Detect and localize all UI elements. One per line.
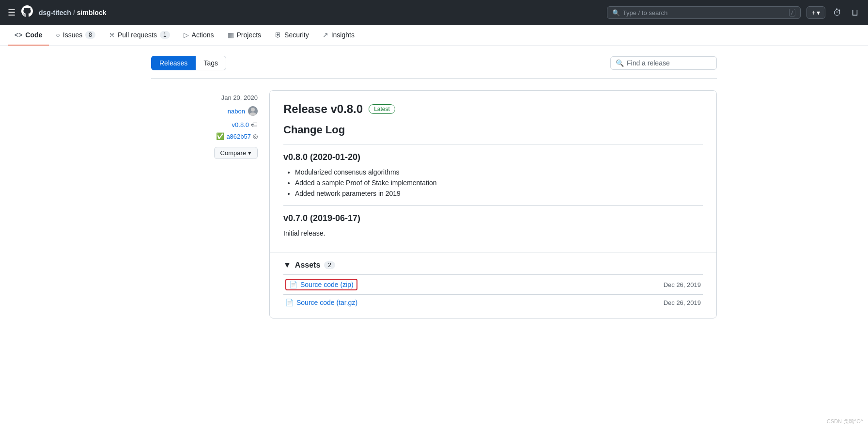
release-panel: Release v0.8.0 Latest Change Log v0.8.0 …: [269, 90, 717, 319]
svg-point-1: [251, 108, 255, 111]
avatar: [248, 106, 258, 116]
pull-request-icon: ⤲: [109, 31, 115, 39]
version-2-heading: v0.7.0 (2019-06-17): [283, 213, 703, 223]
add-button[interactable]: + ▾: [806, 6, 825, 19]
actions-icon: ▷: [184, 31, 189, 39]
nav-pull-requests[interactable]: ⤲ Pull requests 1: [102, 25, 177, 46]
add-dropdown-icon: ▾: [817, 9, 820, 16]
changelog-heading: Change Log: [283, 124, 703, 136]
initial-release-text: Initial release.: [283, 229, 703, 237]
search-slash-badge: /: [789, 9, 795, 16]
insights-icon: ↗: [323, 31, 328, 39]
releases-tabs: Releases Tags: [151, 56, 226, 70]
assets-header[interactable]: ▼ Assets 2: [283, 261, 703, 270]
nav-security-label: Security: [284, 31, 309, 39]
nav-security[interactable]: ⛨ Security: [268, 25, 316, 46]
nav-code[interactable]: <> Code: [8, 25, 49, 46]
nav-issues[interactable]: ○ Issues 8: [49, 25, 102, 46]
list-item: Modularized consensus algorithms: [295, 168, 703, 176]
latest-badge: Latest: [369, 104, 395, 114]
repo-navigation: <> Code ○ Issues 8 ⤲ Pull requests 1 ▷ A…: [0, 25, 868, 46]
compare-label: Compare: [220, 149, 246, 157]
nav-insights-label: Insights: [331, 31, 355, 39]
github-logo[interactable]: [21, 5, 33, 20]
pr-badge: 1: [160, 31, 170, 39]
release-sidebar: Jan 20, 2020 nabon v0.8.0 🏷 ✅ a862b57 ◎ …: [151, 90, 258, 159]
commit-icon: ◎: [253, 133, 258, 140]
issues-badge: 8: [85, 31, 95, 39]
section-divider-1: [283, 144, 703, 144]
security-icon: ⛨: [275, 31, 281, 39]
releases-header: Releases Tags 🔍: [151, 56, 717, 70]
main-content: Releases Tags 🔍 Jan 20, 2020 nabon v0.8.…: [143, 46, 725, 328]
asset-zip-label: Source code (zip): [300, 281, 354, 288]
release-container: Jan 20, 2020 nabon v0.8.0 🏷 ✅ a862b57 ◎ …: [151, 90, 717, 319]
tags-tab[interactable]: Tags: [196, 56, 226, 70]
releases-divider: [151, 78, 717, 79]
breadcrumb: dsg-titech / simblock: [39, 9, 106, 16]
assets-label: Assets: [295, 261, 320, 270]
projects-icon: ▦: [228, 31, 234, 39]
commit-link[interactable]: a862b57: [226, 133, 251, 140]
release-tag: v0.8.0 🏷: [151, 121, 258, 128]
assets-section: ▼ Assets 2 📄 Source code (zip) Dec 26, 2…: [270, 253, 716, 318]
assets-triangle-icon: ▼: [283, 261, 291, 270]
hamburger-menu-icon[interactable]: ☰: [8, 7, 16, 18]
tag-icon: 🏷: [251, 121, 258, 128]
nav-actions[interactable]: ▷ Actions: [177, 25, 221, 46]
merge-icon[interactable]: ⊔: [850, 5, 860, 20]
code-icon: <>: [15, 31, 22, 39]
release-body: Release v0.8.0 Latest Change Log v0.8.0 …: [270, 91, 716, 253]
search-icon: 🔍: [612, 9, 620, 16]
asset-zip-date: Dec 26, 2019: [664, 281, 701, 288]
nav-projects[interactable]: ▦ Projects: [221, 25, 268, 46]
release-commit: ✅ a862b57 ◎: [151, 132, 258, 140]
zip-file-icon: 📄: [289, 281, 297, 288]
find-release-search[interactable]: 🔍: [610, 56, 717, 70]
global-search[interactable]: 🔍 /: [607, 6, 801, 19]
release-title: Release v0.8.0: [283, 102, 363, 116]
nav-insights[interactable]: ↗ Insights: [316, 25, 361, 46]
asset-targz-link[interactable]: 📄 Source code (tar.gz): [285, 299, 357, 306]
nav-pr-label: Pull requests: [118, 31, 157, 39]
list-item: Added network parameters in 2019: [295, 190, 703, 197]
compare-dropdown-icon: ▾: [248, 149, 251, 157]
nav-code-label: Code: [25, 31, 42, 39]
releases-tab[interactable]: Releases: [151, 56, 196, 70]
release-author: nabon: [151, 106, 258, 116]
org-link[interactable]: dsg-titech: [39, 9, 71, 16]
issues-icon: ○: [56, 31, 60, 39]
release-date: Jan 20, 2020: [151, 94, 258, 101]
targz-file-icon: 📄: [285, 299, 294, 306]
nav-issues-label: Issues: [63, 31, 82, 39]
changelog-list: Modularized consensus algorithms Added a…: [283, 168, 703, 197]
asset-zip-link[interactable]: 📄 Source code (zip): [285, 279, 357, 290]
list-item: Added a sample Proof of Stake implementa…: [295, 179, 703, 187]
find-release-search-icon: 🔍: [616, 59, 624, 67]
nav-projects-label: Projects: [237, 31, 262, 39]
plus-icon: +: [812, 9, 816, 16]
author-link[interactable]: nabon: [228, 108, 245, 115]
asset-targz-date: Dec 26, 2019: [664, 299, 701, 306]
repo-name[interactable]: simblock: [77, 9, 107, 16]
find-release-input[interactable]: [627, 59, 712, 67]
asset-row-zip: 📄 Source code (zip) Dec 26, 2019: [283, 274, 703, 294]
nav-actions-label: Actions: [192, 31, 214, 39]
section-divider-2: [283, 205, 703, 206]
assets-count-badge: 2: [324, 261, 335, 269]
top-nav-actions: + ▾ ⏱ ⊔: [806, 5, 860, 20]
compare-button[interactable]: Compare ▾: [214, 147, 258, 159]
asset-row-targz: 📄 Source code (tar.gz) Dec 26, 2019: [283, 294, 703, 310]
timer-icon[interactable]: ⏱: [831, 6, 844, 20]
release-title-row: Release v0.8.0 Latest: [283, 102, 703, 116]
tag-link[interactable]: v0.8.0: [232, 121, 249, 128]
breadcrumb-separator: /: [73, 9, 75, 16]
top-navigation: ☰ dsg-titech / simblock 🔍 / + ▾ ⏱ ⊔: [0, 0, 868, 25]
asset-targz-label: Source code (tar.gz): [296, 299, 357, 306]
version-1-heading: v0.8.0 (2020-01-20): [283, 152, 703, 162]
commit-check-icon: ✅: [216, 132, 224, 140]
search-input[interactable]: [623, 9, 786, 16]
